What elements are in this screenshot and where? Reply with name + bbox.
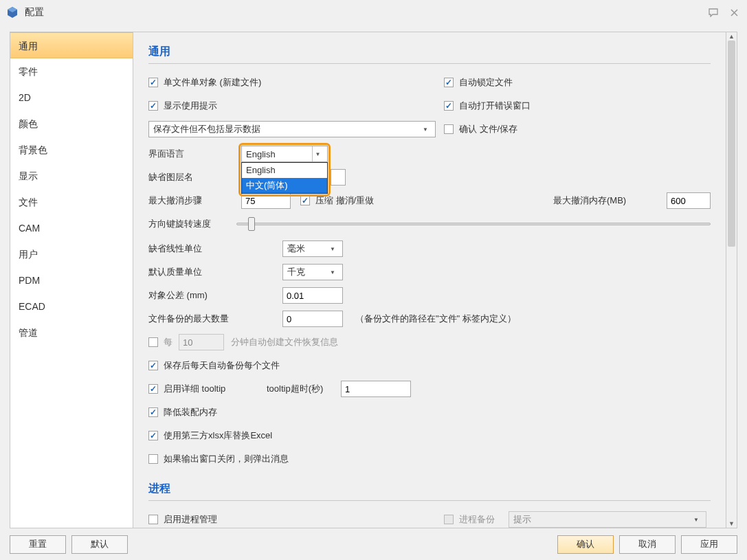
sidebar-item-file[interactable]: 文件 [10, 189, 133, 215]
check-third-xlsx[interactable] [148, 431, 158, 440]
language-option-english[interactable]: English [242, 163, 327, 178]
arrow-rotate-label: 方向键旋转速度 [148, 218, 230, 230]
proc-backup-mode-select: 提示 ▼ [509, 511, 706, 528]
sidebar-item-ecad[interactable]: ECAD [10, 293, 133, 320]
check-daily-backup-label: 保存后每天自动备份每个文件 [164, 359, 280, 372]
compress-undo-label: 压缩 撤消/重做 [315, 194, 374, 207]
ok-button[interactable]: 确认 [557, 535, 614, 554]
linear-unit-select[interactable]: 毫米 ▼ [282, 240, 343, 257]
mass-unit-value: 千克 [287, 266, 305, 278]
check-auto-lock-label: 自动锁定文件 [459, 76, 513, 89]
check-compress-undo[interactable] [300, 196, 310, 205]
scroll-down-icon[interactable]: ▼ [726, 519, 737, 528]
arrow-rotate-slider[interactable] [236, 223, 711, 225]
check-confirm-save-label: 确认 文件/保存 [459, 123, 517, 135]
sidebar-item-general[interactable]: 通用 [10, 32, 133, 58]
backup-path-note: （备份文件的路径在"文件" 标签内定义） [355, 313, 516, 325]
close-icon[interactable] [726, 5, 742, 20]
window-title: 配置 [25, 6, 44, 19]
max-backup-label: 文件备份的最大数量 [148, 313, 282, 325]
check-popup-closed[interactable] [148, 454, 158, 464]
sidebar-item-part[interactable]: 零件 [10, 58, 133, 85]
sidebar-item-pdm[interactable]: PDM [10, 267, 133, 293]
sidebar-item-bgcolor[interactable]: 背景色 [10, 137, 133, 163]
check-detail-tooltip[interactable] [148, 384, 158, 394]
default-layer-label: 缺省图层名 [148, 171, 241, 183]
app-icon [5, 5, 19, 19]
check-detail-tooltip-label: 启用详细 tooltip [164, 383, 267, 395]
check-auto-recover[interactable] [148, 337, 158, 347]
slider-thumb[interactable] [248, 217, 255, 231]
check-third-xlsx-label: 使用第三方xlsx库替换Excel [164, 429, 272, 442]
check-proc-backup [444, 515, 454, 524]
feedback-icon[interactable] [706, 5, 721, 20]
check-single-file-label: 单文件单对象 (新建文件) [164, 76, 261, 89]
divider [148, 500, 711, 501]
check-auto-err[interactable] [444, 101, 454, 111]
check-show-hint[interactable] [148, 101, 158, 111]
bottom-bar: 重置 默认 确认 取消 应用 [0, 528, 747, 560]
sidebar-item-cam[interactable]: CAM [10, 215, 133, 241]
chevron-down-icon: ▼ [420, 122, 431, 137]
sidebar-item-display[interactable]: 显示 [10, 163, 133, 189]
language-option-chinese[interactable]: 中文(简体) [242, 178, 327, 193]
check-proc-backup-label: 进程备份 [459, 513, 509, 526]
mass-unit-select[interactable]: 千克 ▼ [282, 264, 343, 280]
content-panel: 通用 单文件单对象 (新建文件) 自动锁定文件 显示使用提示 [133, 32, 726, 528]
linear-unit-label: 缺省线性单位 [148, 243, 282, 255]
check-show-hint-label: 显示使用提示 [164, 100, 217, 112]
vertical-scrollbar[interactable]: ▲ ▼ [726, 32, 737, 528]
section-title-general: 通用 [148, 45, 711, 59]
check-reduce-asm[interactable] [148, 407, 158, 417]
auto-recover-prefix: 每 [164, 336, 179, 348]
max-backup-input[interactable] [282, 311, 343, 327]
chevron-down-icon: ▼ [312, 146, 323, 161]
save-mode-value: 保存文件但不包括显示数据 [153, 123, 260, 135]
max-undo-mem-input[interactable] [667, 192, 711, 209]
sidebar-item-pipe[interactable]: 管道 [10, 320, 133, 346]
sidebar-item-color[interactable]: 颜色 [10, 111, 133, 137]
object-tol-label: 对象公差 (mm) [148, 289, 282, 302]
check-daily-backup[interactable] [148, 361, 158, 370]
check-enable-proc-label: 启用进程管理 [164, 513, 217, 526]
check-confirm-save[interactable] [444, 124, 454, 134]
sidebar-item-2d[interactable]: 2D [10, 85, 133, 111]
sidebar-item-user[interactable]: 用户 [10, 241, 133, 267]
lang-label: 界面语言 [148, 148, 241, 160]
check-enable-proc[interactable] [148, 515, 158, 524]
save-mode-select[interactable]: 保存文件但不包括显示数据 ▼ [148, 121, 436, 137]
divider [148, 63, 711, 64]
tooltip-timeout-label: tooltip超时(秒) [267, 383, 341, 395]
max-undo-mem-label: 最大撤消内存(MB) [553, 194, 667, 207]
tooltip-timeout-input[interactable] [341, 381, 411, 397]
max-undo-input[interactable] [241, 192, 291, 209]
titlebar: 配置 [0, 0, 747, 25]
scroll-up-icon[interactable]: ▲ [726, 32, 737, 41]
auto-recover-input [179, 334, 224, 350]
language-select[interactable]: English ▼ [241, 146, 328, 162]
cancel-button[interactable]: 取消 [619, 535, 676, 554]
language-dropdown: English 中文(简体) [241, 162, 328, 194]
sidebar: 通用 零件 2D 颜色 背景色 显示 文件 CAM 用户 PDM ECAD 管道 [10, 32, 133, 528]
max-undo-label: 最大撤消步骤 [148, 194, 241, 207]
scroll-thumb[interactable] [728, 41, 735, 247]
mass-unit-label: 默认质量单位 [148, 266, 282, 278]
chevron-down-icon: ▼ [327, 241, 338, 256]
default-layer-input[interactable] [331, 169, 346, 186]
reset-button[interactable]: 重置 [10, 535, 66, 554]
linear-unit-value: 毫米 [287, 243, 305, 255]
apply-button[interactable]: 应用 [681, 535, 737, 554]
check-popup-closed-label: 如果输出窗口关闭，则弹出消息 [164, 453, 289, 465]
check-single-file[interactable] [148, 78, 158, 87]
default-button[interactable]: 默认 [71, 535, 128, 554]
chevron-down-icon: ▼ [691, 512, 702, 527]
check-reduce-asm-label: 降低装配内存 [164, 406, 217, 418]
section-title-process: 进程 [148, 482, 711, 496]
check-auto-err-label: 自动打开错误窗口 [459, 100, 531, 112]
object-tol-input[interactable] [282, 287, 343, 304]
auto-recover-suffix: 分钟自动创建文件恢复信息 [231, 336, 338, 348]
check-auto-lock[interactable] [444, 78, 454, 87]
proc-backup-mode-value: 提示 [513, 513, 531, 526]
language-select-value: English [246, 149, 276, 159]
chevron-down-icon: ▼ [327, 265, 338, 280]
